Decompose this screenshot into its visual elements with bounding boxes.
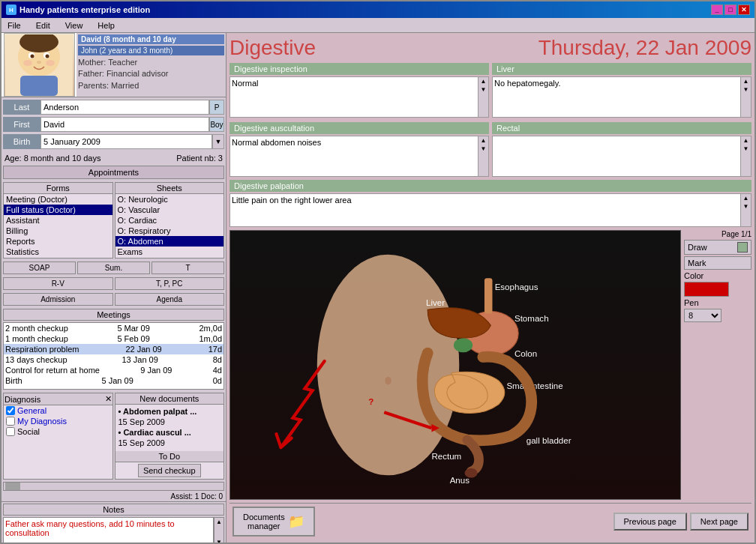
palpation-value[interactable]: Little pain on the right lower area (230, 193, 741, 227)
next-page-button[interactable]: Next page (690, 513, 748, 531)
meeting-13days[interactable]: 13 days checkup 13 Jan 09 8d (4, 354, 224, 365)
tppc-button[interactable]: T, P, PC (115, 277, 225, 290)
liver-value[interactable]: No hepatomegaly. (492, 76, 741, 118)
meeting-dur-respiration: 17d (208, 345, 222, 354)
anatomy-image[interactable]: Stomach Liver Esophagus Small intestine (230, 230, 681, 500)
label-gallbladder: gall bladder (526, 436, 572, 445)
previous-page-button[interactable]: Previous page (614, 513, 687, 531)
menu-file[interactable]: File (4, 20, 24, 31)
patient-name-primary[interactable]: David (8 month and 10 day (78, 34, 224, 44)
title-bar-left: H Handy patients enterprise edition (6, 4, 150, 15)
notes-scroll-up[interactable]: ▲ (214, 518, 224, 526)
form-item-reports[interactable]: Reports (4, 236, 112, 247)
form-item-assistant[interactable]: Assistant (4, 215, 112, 226)
form-item-billing[interactable]: Billing (4, 226, 112, 236)
meeting-2month[interactable]: 2 month checkup 5 Mar 09 2m,0d (4, 323, 224, 333)
palpation-header: Digestive palpation (230, 180, 752, 192)
close-button[interactable]: ✕ (738, 4, 750, 15)
draw-button[interactable]: Draw (684, 240, 752, 255)
form-item-statistics[interactable]: Statistics (4, 247, 112, 257)
diag-general-checkbox[interactable] (6, 406, 15, 415)
digestive-auscultation-header: Digestive auscultation (230, 122, 489, 134)
last-value[interactable]: Anderson (40, 100, 209, 115)
pen-select[interactable]: 8 4 12 (684, 309, 722, 322)
admission-button[interactable]: Admission (3, 293, 113, 306)
diag-social-checkbox[interactable] (6, 427, 15, 436)
mark-button[interactable]: Mark (684, 256, 752, 270)
forms-title: Forms (4, 183, 112, 194)
meeting-date-1month: 5 Feb 09 (117, 334, 149, 343)
birth-value[interactable]: 5 January 2009 (40, 134, 212, 149)
sheet-respiratory[interactable]: O: Respiratory (116, 226, 224, 236)
t-button[interactable]: T (152, 262, 224, 274)
doc-item-cardiac[interactable]: • Cardiac auscul ... (117, 427, 223, 438)
meeting-date-13days: 13 Jan 09 (122, 355, 158, 364)
maximize-button[interactable]: □ (724, 4, 736, 15)
color-swatch[interactable] (684, 282, 729, 297)
doc-manager-button[interactable]: Documents manager 📁 (232, 507, 315, 537)
patient-info-top: David (8 month and 10 day John (2 years … (76, 33, 226, 97)
doc-manager-bar: Documents manager 📁 Previous page Next p… (230, 503, 752, 540)
diag-close-icon[interactable]: ✕ (105, 394, 112, 404)
meeting-date-respiration: 22 Jan 09 (125, 345, 161, 354)
rv-button[interactable]: R-V (3, 277, 113, 290)
doc-item-abdomen[interactable]: • Abdomen palpat ... (117, 406, 223, 417)
scroll-up-icon[interactable]: ▲ (478, 77, 488, 85)
sheet-radiology[interactable]: Radiology (116, 257, 224, 258)
sheet-cardiac[interactable]: O: Cardiac (116, 215, 224, 226)
patient-father: Father: Financial advisor (78, 68, 224, 79)
sheet-vascular[interactable]: O: Vascular (116, 205, 224, 215)
menu-view[interactable]: View (62, 20, 86, 31)
sum-button[interactable]: Sum. (77, 262, 150, 274)
label-liver: Liver (426, 298, 445, 307)
scroll-dn3-icon[interactable]: ▼ (741, 85, 751, 94)
agenda-button[interactable]: Agenda (115, 293, 225, 306)
sheet-abdomen[interactable]: O: Abdomen (116, 236, 224, 247)
meeting-birth[interactable]: Birth 5 Jan 09 0d (4, 375, 224, 386)
rectal-value[interactable] (492, 136, 741, 177)
scroll-up4-icon[interactable]: ▲ (741, 136, 751, 145)
first-value[interactable]: David (40, 117, 209, 132)
patient-photo-img (4, 33, 75, 97)
diag-mydiag-checkbox[interactable] (6, 417, 15, 426)
liver-scrollbar: ▲ ▼ (741, 76, 752, 118)
meeting-1month[interactable]: 1 month checkup 5 Feb 09 1m,0d (4, 333, 224, 344)
appointments-button[interactable]: Appointments (3, 166, 224, 179)
meeting-respiration[interactable]: Respiration problem 22 Jan 09 17d (4, 344, 224, 354)
meeting-control[interactable]: Control for return at home 9 Jan 09 4d (4, 365, 224, 375)
date-title: Thursday, 22 Jan 2009 (538, 36, 752, 60)
forms-list: Meeting (Doctor) Full status (Doctor) As… (4, 194, 112, 258)
soap-button[interactable]: SOAP (3, 262, 76, 274)
meeting-dur-control: 4d (213, 366, 222, 375)
scroll-dn4-icon[interactable]: ▼ (741, 145, 751, 153)
patient-nb: Patient nb: 3 (176, 154, 223, 163)
digestive-auscultation-value[interactable]: Normal abdomen noises (230, 136, 478, 177)
dob-dropdown-arrow[interactable]: ▼ (212, 134, 224, 149)
form-item-meeting[interactable]: Meeting (Doctor) (4, 194, 112, 205)
scroll-dn-icon[interactable]: ▼ (478, 85, 488, 94)
minimize-button[interactable]: _ (711, 4, 723, 15)
title-bar-controls: _ □ ✕ (711, 4, 750, 15)
patient-fields: Last Anderson P First David Boy Birth 5 … (2, 97, 226, 152)
form-item-fullstatus[interactable]: Full status (Doctor) (4, 205, 112, 215)
scroll-dn5-icon[interactable]: ▼ (741, 202, 751, 211)
menu-edit[interactable]: Edit (33, 20, 53, 31)
notes-scroll-dn[interactable]: ▼ (214, 538, 224, 543)
patient-name-secondary[interactable]: John (2 years and 3 month) (78, 46, 224, 55)
birth-label: Birth (3, 134, 40, 149)
patient-meta: Mother: Teacher Father: Financial adviso… (78, 57, 224, 91)
digestive-inspection-value[interactable]: Normal (230, 76, 478, 118)
send-checkup-button[interactable]: Send checkup (138, 464, 201, 477)
notes-area[interactable]: Father ask many questions, add 10 minute… (3, 517, 214, 543)
sheet-neurologic[interactable]: O: Neurologic (116, 194, 224, 205)
meeting-date-birth: 5 Jan 09 (102, 376, 134, 385)
scroll-up5-icon[interactable]: ▲ (741, 194, 751, 202)
sheet-exams[interactable]: Exams (116, 247, 224, 257)
meeting-name-birth: Birth (5, 376, 22, 385)
scroll-up2-icon[interactable]: ▲ (478, 136, 488, 145)
scroll-dn2-icon[interactable]: ▼ (478, 145, 488, 153)
menu-help[interactable]: Help (94, 20, 118, 31)
scroll-up3-icon[interactable]: ▲ (741, 77, 751, 85)
folder-icon: 📁 (288, 513, 304, 530)
horizontal-scrollbar[interactable] (3, 482, 224, 491)
